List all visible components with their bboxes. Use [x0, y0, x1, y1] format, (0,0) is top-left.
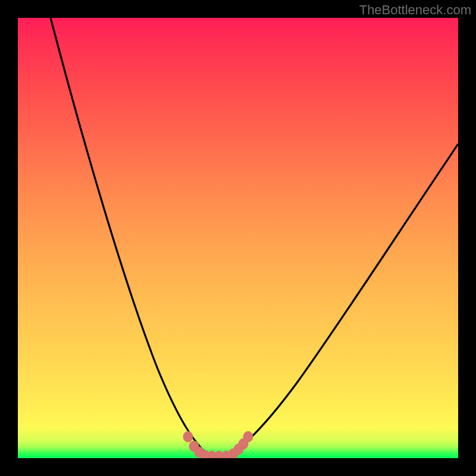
marker-point [183, 431, 193, 442]
plot-area [18, 18, 458, 458]
marker-group [183, 431, 253, 458]
bottleneck-left-curve [51, 18, 210, 456]
bottleneck-right-curve [228, 144, 458, 456]
chart-svg [18, 18, 458, 458]
marker-point [243, 431, 253, 442]
watermark-text: TheBottleneck.com [359, 2, 471, 18]
